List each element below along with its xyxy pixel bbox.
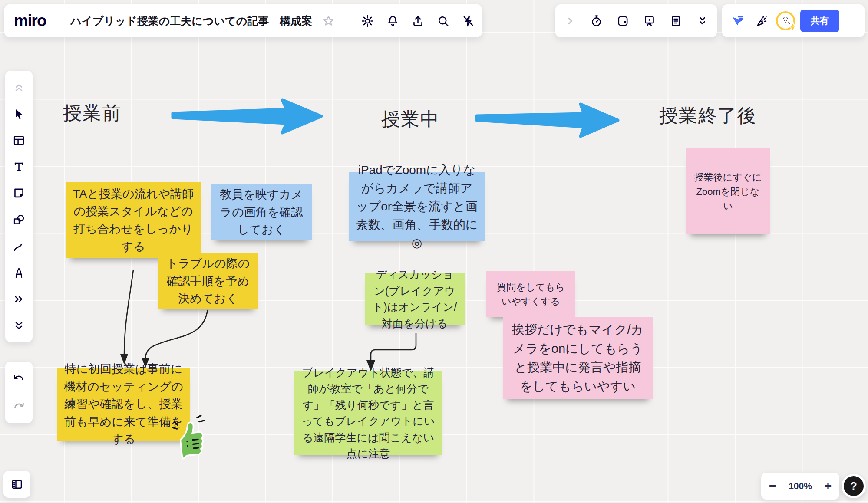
sticky-note[interactable]: iPadでZoomに入りながらカメラで講師アップor全景を流すと画素数、画角、手… <box>349 172 485 241</box>
flow-arrow-2[interactable] <box>477 104 618 136</box>
favorite-star-icon[interactable] <box>318 11 338 31</box>
more-chevrons-down-icon[interactable] <box>693 11 713 31</box>
sticky-note[interactable]: 教員を映すカメラの画角を確認しておく <box>211 184 312 240</box>
zoom-controls: − 100% + <box>761 473 839 500</box>
board-header: miro ハイブリッド授業の工夫についての記事 構成案 <box>4 4 482 37</box>
frames-panel-toggle[interactable] <box>3 471 30 498</box>
sticky-note[interactable]: 特に初回授業は事前に機材のセッティングの練習や確認をし、授業前も早めに来て準備を… <box>57 368 190 441</box>
follow-cursor-icon[interactable] <box>727 11 747 31</box>
connector-2[interactable] <box>142 310 208 368</box>
more-tools-chevrons-right-icon[interactable] <box>10 289 29 309</box>
bolt-icon <box>789 22 796 33</box>
redo-icon[interactable] <box>9 396 29 416</box>
flow-arrow-1[interactable] <box>173 100 321 133</box>
settings-gear-icon[interactable] <box>357 11 377 31</box>
board-title[interactable]: ハイブリッド授業の工夫についての記事 構成案 <box>70 14 312 28</box>
share-toolbar: 共有 <box>722 4 865 37</box>
text-tool-icon[interactable] <box>10 157 29 176</box>
export-upload-icon[interactable] <box>408 11 428 31</box>
assistant-cat-icon[interactable] <box>776 11 795 30</box>
cards-icon[interactable] <box>613 11 633 31</box>
sticky-note[interactable]: TAと授業の流れや講師の授業スタイルなどの打ち合わせをしっかりする <box>66 182 201 258</box>
thumbs-up-sticker[interactable] <box>170 414 211 463</box>
collapse-chevrons-up-icon[interactable] <box>10 78 29 97</box>
sticky-note[interactable]: 挨拶だけでもマイク/カメラをonにしてもらうと授業中に発言や指摘をしてもらいやす… <box>503 317 653 399</box>
pen-tool-icon[interactable] <box>10 263 29 282</box>
notifications-bell-icon[interactable] <box>383 11 403 31</box>
sticky-note[interactable]: 質問をしてもらいやすくする <box>486 271 575 317</box>
history-toolbar <box>5 362 33 423</box>
sticky-note[interactable]: 授業後にすぐにZoomを閉じない <box>686 148 770 234</box>
column-heading-before-class[interactable]: 授業前 <box>63 101 122 126</box>
reactions-party-icon[interactable] <box>752 11 772 31</box>
help-button[interactable]: ? <box>842 474 866 498</box>
frames-tool-icon[interactable] <box>10 131 29 150</box>
column-heading-during-class[interactable]: 授業中 <box>381 107 440 132</box>
connector-1[interactable] <box>120 270 133 365</box>
sticky-note-tool-icon[interactable] <box>10 184 29 203</box>
zoom-out-button[interactable]: − <box>769 480 776 492</box>
undo-icon[interactable] <box>9 368 29 388</box>
share-button[interactable]: 共有 <box>800 10 839 32</box>
sticky-note[interactable]: トラブルの際の確認手順を予め決めておく <box>158 253 258 309</box>
expand-chevron-icon[interactable] <box>560 11 580 31</box>
collab-toolbar <box>555 4 717 37</box>
shapes-tool-icon[interactable] <box>10 210 29 229</box>
timer-icon[interactable] <box>586 11 606 31</box>
hidden-tools-chevrons-down-icon[interactable] <box>10 316 29 335</box>
zoom-in-button[interactable]: + <box>825 480 832 492</box>
zoom-level[interactable]: 100% <box>789 481 812 491</box>
notes-doc-icon[interactable] <box>666 11 686 31</box>
select-cursor-icon[interactable] <box>10 104 29 123</box>
creation-toolbar <box>5 71 33 342</box>
sticky-note[interactable]: ブレイクアウト状態で、講師が教室で「あと何分です」「残り何秒です」と言ってもブレ… <box>294 371 442 455</box>
search-icon[interactable] <box>433 11 453 31</box>
attention-off-lightning-icon[interactable] <box>458 11 478 31</box>
presentation-icon[interactable] <box>640 11 660 31</box>
connection-line-tool-icon[interactable] <box>10 237 29 256</box>
column-heading-after-class[interactable]: 授業終了後 <box>659 103 757 128</box>
sticky-note[interactable]: ディスカッション(ブレイクアウト)はオンライン/対面を分ける <box>365 273 465 325</box>
miro-logo[interactable]: miro <box>14 12 46 30</box>
